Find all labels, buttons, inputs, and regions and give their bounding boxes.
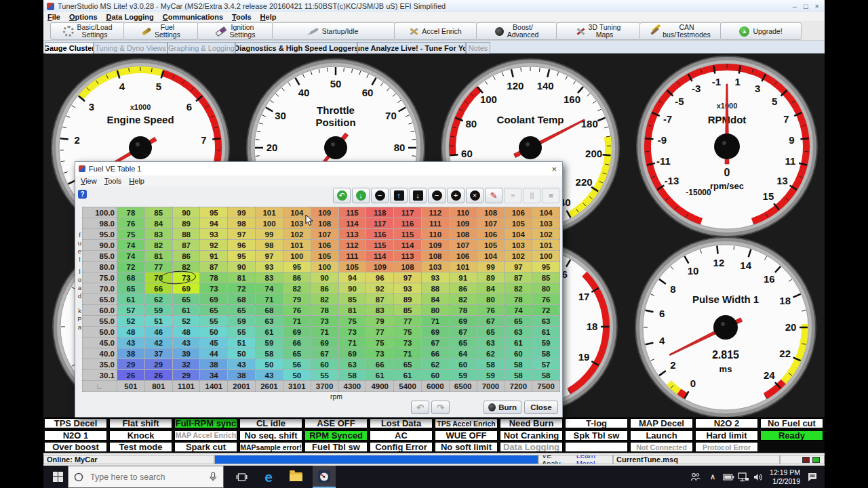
ve-cell[interactable]: 76 bbox=[477, 305, 505, 316]
ve-cell[interactable]: 65 bbox=[283, 348, 311, 359]
ve-cell[interactable]: 106 bbox=[449, 251, 477, 262]
ve-cell[interactable]: 90 bbox=[172, 207, 200, 218]
volume-tray-button[interactable] bbox=[751, 466, 765, 488]
ve-cell[interactable]: 69 bbox=[172, 283, 200, 294]
ve-cell[interactable]: 50 bbox=[228, 348, 256, 359]
ve-cell[interactable]: 94 bbox=[200, 218, 228, 229]
ve-cell[interactable]: 108 bbox=[311, 218, 338, 229]
ve-cell[interactable]: 37 bbox=[144, 348, 172, 359]
minimize-button[interactable]: – bbox=[793, 2, 797, 10]
edit-pen-icon[interactable]: ✎ bbox=[485, 188, 502, 203]
menu-data-logging[interactable]: Data Logging bbox=[106, 13, 154, 21]
toolbar-can-bus-testmodes-button[interactable]: CANbus/Testmodes bbox=[639, 22, 722, 40]
ve-cell[interactable]: 59 bbox=[256, 338, 283, 348]
ve-cell[interactable]: 61 bbox=[117, 294, 145, 305]
ve-cell[interactable]: 79 bbox=[283, 294, 311, 305]
ve-cell[interactable]: 75 bbox=[366, 338, 394, 348]
ve-cell[interactable]: 104 bbox=[532, 207, 560, 218]
menu-options[interactable]: Options bbox=[69, 13, 98, 21]
toolbar-fuel-settings-button[interactable]: FuelSettings bbox=[123, 22, 199, 40]
ve-cell[interactable]: 93 bbox=[421, 272, 449, 283]
edge-browser-button[interactable]: e bbox=[258, 466, 279, 488]
ve-cell[interactable]: 57 bbox=[532, 359, 560, 370]
ve-cell[interactable]: 71 bbox=[256, 294, 283, 305]
ve-cell[interactable]: 61 bbox=[172, 305, 200, 316]
tab-tuning-dyno-views[interactable]: Tuning & Dyno Views bbox=[94, 42, 167, 54]
ve-cell[interactable]: 62 bbox=[421, 359, 449, 370]
ve-cell[interactable]: 59 bbox=[228, 316, 256, 327]
ve-cell[interactable]: 85 bbox=[338, 294, 366, 305]
ve-cell[interactable]: 65 bbox=[394, 359, 422, 370]
file-explorer-button[interactable] bbox=[285, 466, 306, 488]
ve-cell[interactable]: 48 bbox=[117, 327, 145, 338]
ve-cell[interactable]: 62 bbox=[144, 294, 172, 305]
toolbar-startup-idle-button[interactable]: Startup/Idle bbox=[272, 22, 395, 40]
ve-cell[interactable]: 80 bbox=[421, 305, 449, 316]
ve-cell[interactable]: 77 bbox=[144, 262, 172, 272]
ve-cell[interactable]: 83 bbox=[144, 229, 172, 240]
ve-cell[interactable]: 65 bbox=[477, 327, 505, 338]
ve-cell[interactable]: 43 bbox=[117, 338, 145, 348]
ve-cell[interactable]: 115 bbox=[338, 207, 366, 218]
ve-cell[interactable]: 103 bbox=[532, 218, 560, 229]
ve-cell[interactable]: 65 bbox=[449, 338, 477, 348]
network-tray-button[interactable] bbox=[736, 466, 750, 488]
ve-cell[interactable]: 114 bbox=[394, 240, 422, 251]
ve-cell[interactable]: 100 bbox=[283, 251, 311, 262]
ve-cell[interactable]: 80 bbox=[532, 283, 560, 294]
ve-cell[interactable]: 82 bbox=[449, 294, 477, 305]
ve-cell[interactable]: 109 bbox=[311, 207, 338, 218]
ve-cell[interactable]: 115 bbox=[366, 240, 394, 251]
ve-cell[interactable]: 58 bbox=[532, 370, 560, 381]
ve-cell[interactable]: 69 bbox=[421, 327, 449, 338]
ve-cell[interactable]: 60 bbox=[505, 348, 532, 359]
ve-cell[interactable]: 84 bbox=[477, 283, 505, 294]
ve-cell[interactable]: 76 bbox=[283, 305, 311, 316]
ve-cell[interactable]: 69 bbox=[449, 316, 477, 327]
ve-cell[interactable]: 58 bbox=[256, 348, 283, 359]
ve-cell[interactable]: 101 bbox=[283, 240, 311, 251]
ve-cell[interactable]: 99 bbox=[256, 229, 283, 240]
ve-cell[interactable]: 68 bbox=[228, 294, 256, 305]
plus-icon[interactable]: + bbox=[447, 188, 465, 203]
ve-cell[interactable]: 73 bbox=[394, 338, 422, 348]
ve-cell[interactable]: 104 bbox=[505, 229, 532, 240]
ve-cell[interactable]: 82 bbox=[505, 283, 532, 294]
ve-cell[interactable]: 106 bbox=[505, 207, 532, 218]
ve-cell[interactable]: 72 bbox=[117, 262, 145, 272]
maximize-button[interactable]: □ bbox=[804, 2, 808, 10]
ve-cell[interactable]: 69 bbox=[311, 338, 338, 348]
ve-cell[interactable]: 71 bbox=[311, 327, 338, 338]
ve-cell[interactable]: 32 bbox=[172, 359, 200, 370]
ve-cell[interactable]: 38 bbox=[200, 359, 228, 370]
ve-cell[interactable]: 84 bbox=[421, 294, 449, 305]
ve-cell[interactable]: 85 bbox=[532, 272, 560, 283]
ve-cell[interactable]: 74 bbox=[256, 283, 283, 294]
ve-cell[interactable]: 26 bbox=[144, 370, 172, 381]
start-button[interactable] bbox=[47, 466, 68, 488]
ve-cell[interactable]: 93 bbox=[394, 283, 422, 294]
ve-cell[interactable]: 69 bbox=[283, 327, 311, 338]
ve-cell[interactable]: 69 bbox=[338, 348, 366, 359]
shift-down-icon[interactable]: ↓ bbox=[409, 188, 427, 203]
ve-cell[interactable]: 48 bbox=[172, 327, 200, 338]
ve-cell[interactable]: 116 bbox=[394, 218, 422, 229]
ve-cell[interactable]: 117 bbox=[394, 207, 422, 218]
ve-cell[interactable]: 39 bbox=[172, 348, 200, 359]
ve-cell[interactable]: 89 bbox=[172, 218, 200, 229]
ve-cell[interactable]: 98 bbox=[228, 218, 256, 229]
ve-cell[interactable]: 97 bbox=[256, 251, 283, 262]
tray-expand-button[interactable]: ∧ bbox=[707, 466, 719, 488]
ve-cell[interactable]: 109 bbox=[421, 240, 449, 251]
ve-cell[interactable]: 72 bbox=[228, 283, 256, 294]
close-button[interactable]: × bbox=[815, 2, 819, 10]
tab-notes[interactable]: Notes bbox=[466, 42, 490, 54]
ve-cell[interactable]: 105 bbox=[311, 251, 338, 262]
ve-cell[interactable]: 86 bbox=[283, 272, 311, 283]
ve-cell[interactable]: 57 bbox=[117, 305, 145, 316]
ve-cell[interactable]: 65 bbox=[228, 305, 256, 316]
ve-cell[interactable]: 68 bbox=[256, 305, 283, 316]
ve-cell[interactable]: 95 bbox=[283, 262, 311, 272]
ve-cell[interactable]: 90 bbox=[311, 272, 338, 283]
tab-tune-analyze-live-tune-for-you[interactable]: Tune Analyze Live! - Tune For You bbox=[357, 42, 466, 54]
